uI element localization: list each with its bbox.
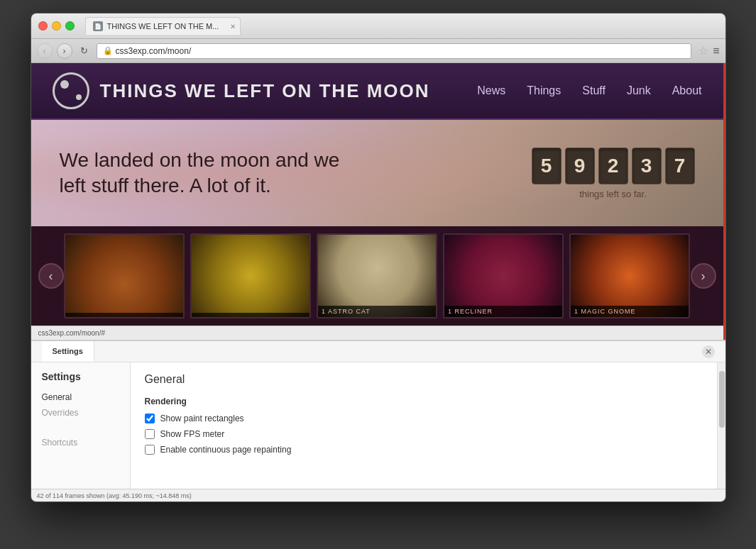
addressbar: ‹ › ↻ 🔒 css3exp.com/moon/ ☆ ≡ — [31, 39, 725, 63]
checkbox-paint-rects-input[interactable] — [145, 414, 155, 423]
devtools-header: Settings ✕ — [31, 341, 725, 362]
gallery-item-1-label — [65, 313, 183, 317]
devtools-scrollbar[interactable] — [717, 362, 725, 489]
settings-sidebar-title: Settings — [31, 371, 130, 389]
titlebar: 📄 THINGS WE LEFT ON THE M... ✕ — [31, 13, 725, 39]
forward-button[interactable]: › — [57, 43, 72, 59]
sidebar-item-shortcuts[interactable]: Shortcuts — [31, 435, 130, 450]
site-nav: News Things Stuff Junk About — [477, 84, 701, 97]
devtools-scrollbar-thumb — [719, 371, 725, 428]
devtools-close-button[interactable]: ✕ — [702, 345, 715, 358]
gallery-item-4-label: 1 RECLINER — [444, 306, 562, 317]
nav-things[interactable]: Things — [527, 84, 561, 97]
checkbox-paint-rects: Show paint rectangles — [145, 414, 703, 423]
gallery-item-2-label — [192, 313, 309, 317]
devtools-panel: Settings ✕ Settings General Overrides Sh… — [31, 340, 725, 489]
checkbox-continuous-repainting: Enable continuous page repainting — [145, 445, 703, 455]
status-bar: css3exp.com/moon/# — [31, 326, 723, 340]
menu-button[interactable]: ≡ — [713, 45, 719, 57]
site-logo: THINGS WE LEFT ON THE MOON — [53, 72, 430, 109]
nav-stuff[interactable]: Stuff — [582, 84, 606, 97]
sidebar-item-general[interactable]: General — [31, 389, 130, 405]
site-title: THINGS WE LEFT ON THE MOON — [100, 80, 430, 102]
tab-favicon: 📄 — [93, 21, 103, 31]
hero-section: We landed on the moon and we left stuff … — [31, 120, 723, 226]
checkbox-continuous-repainting-input[interactable] — [145, 445, 155, 455]
bookmark-button[interactable]: ☆ — [699, 44, 708, 57]
gallery-item-3-label: 1 ASTRO CAT — [318, 306, 436, 317]
checkbox-continuous-repainting-label: Enable continuous page repainting — [160, 445, 292, 455]
refresh-button[interactable]: ↻ — [77, 43, 92, 59]
sidebar-item-overrides[interactable]: Overrides — [31, 405, 130, 421]
site-header: THINGS WE LEFT ON THE MOON News Things S… — [31, 63, 723, 120]
gallery-prev-button[interactable]: ‹ — [38, 263, 64, 289]
checkbox-paint-rects-label: Show paint rectangles — [160, 414, 244, 423]
counter-label: things left so far. — [532, 189, 695, 199]
devtools-sidebar: Settings General Overrides Shortcuts — [31, 362, 131, 489]
counter-digits: 5 9 2 3 7 — [532, 148, 695, 184]
back-button[interactable]: ‹ — [37, 43, 53, 59]
digit-2: 9 — [565, 148, 595, 184]
tab-close-button[interactable]: ✕ — [230, 23, 236, 30]
bottom-bar: 42 of 114 frames shown (avg: 45.190 ms; … — [31, 489, 725, 501]
devtools-content: Settings General Overrides Shortcuts Gen… — [31, 362, 725, 489]
gallery-next-button[interactable]: › — [691, 263, 716, 289]
gallery-items: 1 ASTRO CAT 1 RECLINER 1 MAGIC GNOME — [64, 233, 690, 318]
logo-icon — [53, 72, 89, 109]
checkbox-fps-meter-label: Show FPS meter — [160, 429, 225, 439]
checkbox-fps-meter: Show FPS meter — [145, 429, 703, 439]
gallery-item-1[interactable] — [64, 233, 185, 318]
traffic-lights — [38, 21, 75, 30]
close-button[interactable] — [38, 21, 48, 30]
gallery-item-2[interactable] — [190, 233, 311, 318]
counter-section: 5 9 2 3 7 things left so far. — [532, 148, 695, 199]
website-content: THINGS WE LEFT ON THE MOON News Things S… — [31, 63, 725, 340]
gallery-item-4[interactable]: 1 RECLINER — [443, 233, 564, 318]
rendering-section-title: Rendering — [145, 396, 703, 406]
hero-heading: We landed on the moon and we left stuff … — [60, 148, 344, 199]
nav-junk[interactable]: Junk — [627, 84, 651, 97]
nav-about[interactable]: About — [672, 84, 702, 97]
browser-window: 📄 THINGS WE LEFT ON THE M... ✕ ‹ › ↻ 🔒 c… — [31, 13, 726, 502]
tab-label: THINGS WE LEFT ON THE M... — [107, 22, 219, 30]
digit-5: 7 — [665, 148, 695, 184]
gallery-strip: ‹ 1 ASTRO CAT 1 RECLINER 1 MAGIC GNOME — [31, 226, 723, 326]
gallery-item-5-label: 1 MAGIC GNOME — [571, 306, 689, 317]
digit-4: 3 — [632, 148, 662, 184]
devtools-tabs: Settings — [42, 341, 94, 362]
gallery-item-5[interactable]: 1 MAGIC GNOME — [569, 233, 690, 318]
settings-main-title: General — [145, 373, 703, 386]
minimize-button[interactable] — [52, 21, 61, 30]
status-url: css3exp.com/moon/# — [38, 329, 106, 337]
digit-3: 2 — [598, 148, 628, 184]
bottom-frames-info: 42 of 114 frames shown (avg: 45.190 ms; … — [37, 492, 192, 499]
checkbox-fps-meter-input[interactable] — [145, 429, 155, 439]
devtools-tab-settings[interactable]: Settings — [42, 341, 94, 362]
browser-tab[interactable]: 📄 THINGS WE LEFT ON THE M... ✕ — [85, 17, 241, 35]
url-bar[interactable]: 🔒 css3exp.com/moon/ — [97, 43, 692, 59]
digit-1: 5 — [532, 148, 561, 184]
nav-news[interactable]: News — [477, 84, 505, 97]
url-text: css3exp.com/moon/ — [116, 46, 192, 56]
maximize-button[interactable] — [65, 21, 75, 30]
hero-text: We landed on the moon and we left stuff … — [60, 148, 344, 199]
gallery-item-3[interactable]: 1 ASTRO CAT — [317, 233, 437, 318]
devtools-main: General Rendering Show paint rectangles … — [131, 362, 717, 489]
